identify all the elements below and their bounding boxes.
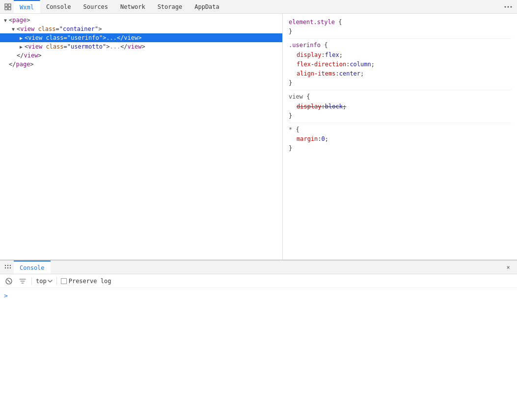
toggle-userinfo[interactable]: ▶: [18, 35, 25, 41]
preserve-log-checkbox-container[interactable]: Preserve log: [61, 278, 111, 285]
more-options-icon[interactable]: [501, 0, 515, 14]
tab-list: Wxml Console Sources Network Storage App…: [14, 0, 501, 13]
main-toolbar: Wxml Console Sources Network Storage App…: [0, 0, 517, 14]
filter-icon[interactable]: [18, 276, 27, 286]
devtools-icon[interactable]: [2, 0, 14, 14]
tree-row-userinfo[interactable]: ▶ <view class="userinfo">...</view>: [0, 33, 282, 42]
css-decl-display-block: display:block;: [289, 102, 511, 111]
svg-rect-3: [8, 7, 11, 10]
tab-console[interactable]: Console: [40, 0, 78, 13]
toggle-container[interactable]: ▼: [10, 26, 17, 32]
main-panels: ▼ <page> ▼ <view class="container"> ▶ <v…: [0, 14, 517, 261]
svg-point-12: [10, 267, 11, 268]
tab-network[interactable]: Network: [114, 0, 152, 13]
console-close-button[interactable]: ×: [501, 261, 515, 274]
css-decl-margin: margin:0;: [289, 134, 511, 144]
console-area: Console × top Preserve log: [0, 261, 517, 303]
css-separator-3: [289, 123, 511, 123]
console-tabbar: Console ×: [0, 261, 517, 274]
css-separator-1: [289, 38, 511, 39]
svg-line-14: [7, 280, 10, 283]
svg-rect-0: [5, 4, 7, 6]
svg-point-9: [10, 264, 11, 265]
css-decl-flex-direction: flex-direction:column;: [289, 60, 511, 69]
tree-row-page-open[interactable]: ▼ <page>: [0, 16, 282, 25]
toggle-usermotto[interactable]: ▶: [18, 44, 25, 50]
console-caret: >: [4, 292, 8, 299]
tree-row-view-close[interactable]: </view>: [0, 51, 282, 60]
console-tab-console[interactable]: Console: [14, 261, 51, 274]
tab-appdata[interactable]: AppData: [189, 0, 226, 13]
tab-sources[interactable]: Sources: [77, 0, 114, 13]
console-prompt-line[interactable]: >: [4, 290, 513, 301]
console-toolbar: top Preserve log: [0, 274, 517, 288]
css-decl-align-items: align-items:center;: [289, 69, 511, 79]
toggle-empty-2: [2, 62, 9, 67]
console-separator: [31, 277, 32, 285]
toggle-empty-1: [10, 53, 17, 58]
svg-rect-2: [5, 7, 7, 10]
preserve-log-checkbox[interactable]: [61, 278, 67, 284]
tree-row-container-open[interactable]: ▼ <view class="container">: [0, 25, 282, 33]
css-styles-panel: element.style { } .userinfo { display:fl…: [283, 14, 517, 260]
preserve-log-label: Preserve log: [69, 278, 111, 285]
svg-point-11: [7, 267, 8, 268]
wxml-tree-panel: ▼ <page> ▼ <view class="container"> ▶ <v…: [0, 14, 283, 260]
console-content: >: [0, 288, 517, 303]
console-level-filter[interactable]: top: [36, 278, 53, 285]
css-separator-2: [289, 90, 511, 90]
clear-console-button[interactable]: [4, 276, 14, 286]
css-selector-element-style: element.style: [289, 19, 335, 26]
svg-point-5: [508, 6, 509, 7]
tree-row-usermotto[interactable]: ▶ <view class="usermotto">...</view>: [0, 42, 282, 51]
filter-top-label: top: [36, 278, 47, 285]
css-decl-display: display:flex;: [289, 51, 511, 60]
css-selector-universal: *: [289, 126, 292, 133]
tab-wxml[interactable]: Wxml: [14, 0, 40, 13]
svg-point-6: [511, 6, 512, 7]
svg-point-7: [5, 264, 6, 265]
svg-point-8: [7, 264, 8, 265]
css-rule-universal: * { margin:0; }: [289, 125, 511, 154]
css-selector-userinfo: .userinfo: [289, 42, 321, 49]
svg-point-10: [5, 267, 6, 268]
tab-storage[interactable]: Storage: [152, 0, 189, 13]
svg-rect-1: [8, 4, 11, 6]
css-rule-view: view { display:block; }: [289, 92, 511, 121]
tree-row-page-close[interactable]: </page>: [0, 60, 282, 69]
css-rule-userinfo: .userinfo { display:flex; flex-direction…: [289, 41, 511, 88]
css-rule-element-style: element.style { }: [289, 18, 511, 36]
css-selector-view: view: [289, 93, 303, 100]
console-separator-2: [56, 277, 57, 285]
svg-point-4: [505, 6, 506, 7]
toggle-page[interactable]: ▼: [2, 18, 9, 23]
console-menu-icon[interactable]: [2, 261, 14, 274]
